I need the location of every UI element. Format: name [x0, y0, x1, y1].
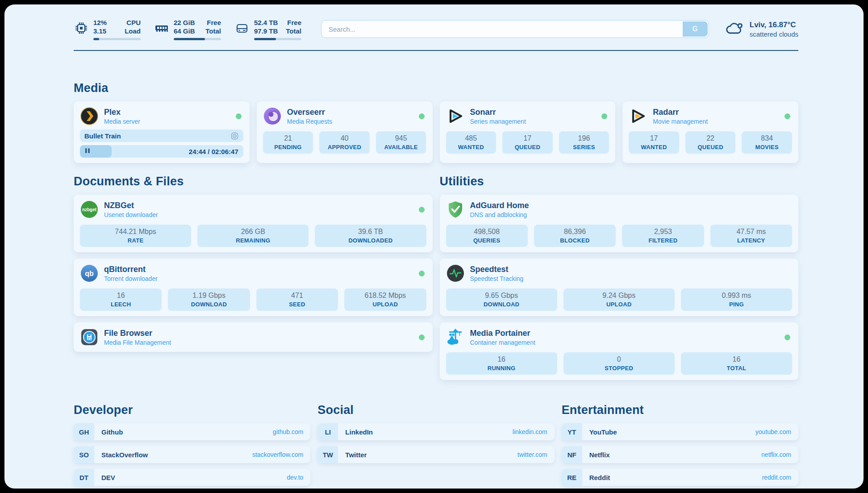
- section-entertainment: Entertainment YT YouTube youtube.com NF …: [562, 403, 798, 486]
- adguard-card[interactable]: AdGuard Home DNS and adblocking 498,508Q…: [440, 195, 799, 252]
- disk-progress-track: [254, 38, 301, 40]
- section-title-entertainment: Entertainment: [562, 403, 798, 417]
- stat-upload: 618.52 MbpsUPLOAD: [344, 288, 426, 311]
- playback-progress: 24:44 / 02:06:47: [80, 145, 243, 158]
- section-developer: Developer GH Github github.com SO StackO…: [74, 403, 310, 486]
- search-button[interactable]: G: [683, 21, 708, 37]
- plex-icon: [80, 107, 99, 125]
- cpu-icon: [74, 21, 89, 38]
- weather-location-temp: Lviv, 16.87°C: [750, 20, 798, 30]
- app-title: File Browser: [104, 328, 171, 338]
- speedtest-icon: [446, 264, 465, 283]
- app-title: Overseerr: [287, 107, 332, 117]
- pause-icon[interactable]: [85, 147, 90, 155]
- stat-latency: 47.57 msLATENCY: [710, 225, 792, 247]
- stat-blocked: 86,396BLOCKED: [534, 225, 616, 247]
- status-dot: [785, 113, 790, 119]
- nzbget-card[interactable]: nzbget NZBGet Usenet downloader 744.21 M…: [74, 195, 433, 252]
- stat-rate: 744.21 MbpsRATE: [80, 225, 191, 247]
- status-dot: [419, 271, 425, 276]
- stat-movies: 834MOVIES: [742, 131, 792, 154]
- stat-ping: 0.993 msPING: [681, 288, 792, 311]
- cpu-progress-track: [93, 38, 141, 40]
- stat-filtered: 2,953FILTERED: [622, 225, 704, 247]
- disk-total: 97.9 TB: [254, 27, 278, 35]
- app-title: Plex: [104, 107, 140, 117]
- app-subtitle: Speedtest Tracking: [470, 275, 524, 283]
- stat-remaining: 266 GBREMAINING: [197, 225, 309, 247]
- disk-progress-fill: [254, 38, 276, 40]
- topbar-divider: [74, 50, 798, 51]
- link-domain: reddit.com: [762, 474, 791, 481]
- ram-progress-fill: [174, 38, 205, 40]
- session-icon[interactable]: [230, 132, 239, 140]
- link-name: YouTube: [589, 428, 617, 436]
- link-name: Github: [101, 428, 123, 436]
- link-abbr: SO: [74, 446, 94, 463]
- app-title: qBittorrent: [104, 264, 158, 275]
- ram-label-top: Free: [207, 18, 221, 27]
- link-stackoverflow[interactable]: SO StackOverflow stackoverflow.com: [74, 446, 310, 463]
- app-title: NZBGet: [104, 201, 158, 211]
- stat-wanted: 485WANTED: [446, 131, 497, 154]
- link-name: StackOverflow: [101, 451, 148, 459]
- link-netflix[interactable]: NF Netflix netflix.com: [562, 446, 798, 463]
- portainer-card[interactable]: Media Portainer Container management 16R…: [440, 322, 799, 380]
- link-abbr: TW: [317, 446, 338, 463]
- link-dev[interactable]: DT DEV dev.to: [74, 469, 310, 486]
- link-abbr: NF: [562, 446, 582, 463]
- link-domain: linkedin.com: [513, 428, 547, 435]
- ram-widget: 22 GiBFree 64 GiBTotal: [154, 18, 221, 40]
- svg-text:qb: qb: [85, 270, 94, 277]
- status-dot: [236, 113, 242, 119]
- now-playing-row: Bullet Train: [80, 130, 243, 142]
- link-linkedin[interactable]: LI LinkedIn linkedin.com: [317, 423, 554, 440]
- section-title-documents: Documents & Files: [74, 175, 433, 188]
- stat-approved: 40APPROVED: [319, 131, 370, 154]
- link-reddit[interactable]: RE Reddit reddit.com: [562, 469, 798, 486]
- app-title: AdGuard Home: [470, 201, 529, 211]
- app-subtitle: Media server: [104, 117, 140, 125]
- weather-widget: Lviv, 16.87°C scattered clouds: [724, 19, 798, 39]
- filebrowser-card[interactable]: File Browser Media File Management: [74, 322, 433, 352]
- plex-card[interactable]: Plex Media server Bullet Train: [74, 101, 250, 163]
- status-dot: [785, 334, 790, 340]
- cpu-load-avg: 3.15: [93, 27, 106, 35]
- link-domain: dev.to: [287, 474, 303, 481]
- app-subtitle: Torrent downloader: [104, 275, 158, 283]
- qbittorrent-card[interactable]: qb qBittorrent Torrent downloader 16LEEC…: [74, 259, 433, 316]
- adguard-icon: [446, 200, 465, 219]
- stat-series: 196SERIES: [559, 131, 609, 154]
- link-abbr: RE: [562, 469, 582, 486]
- section-title-media: Media: [74, 81, 798, 95]
- overseerr-icon: [263, 107, 282, 125]
- playback-time: 24:44 / 02:06:47: [189, 148, 238, 155]
- dashboard-frame: 12%CPU 3.15Load 22 GiBFree 64 GiBTotal: [4, 4, 864, 489]
- speedtest-card[interactable]: Speedtest Speedtest Tracking 9.65 GbpsDO…: [440, 259, 799, 316]
- system-widgets: 12%CPU 3.15Load 22 GiBFree 64 GiBTotal: [74, 18, 301, 40]
- link-twitter[interactable]: TW Twitter twitter.com: [317, 446, 554, 463]
- status-dot: [419, 207, 425, 213]
- portainer-icon: [446, 328, 465, 347]
- weather-condition: scattered clouds: [750, 30, 798, 38]
- disk-icon: [234, 21, 250, 38]
- section-title-social: Social: [317, 403, 554, 417]
- sonarr-card[interactable]: Sonarr Series management 485WANTED 17QUE…: [440, 101, 616, 163]
- link-github[interactable]: GH Github github.com: [74, 423, 310, 440]
- status-dot: [419, 334, 425, 340]
- disk-free: 52.4 TB: [254, 18, 278, 27]
- app-title: Radarr: [653, 107, 708, 117]
- app-title: Sonarr: [470, 107, 526, 117]
- sonarr-icon: [446, 107, 465, 125]
- section-social: Social LI LinkedIn linkedin.com TW Twitt…: [317, 403, 554, 486]
- link-name: LinkedIn: [345, 428, 373, 436]
- cpu-progress-fill: [93, 38, 99, 40]
- link-name: Netflix: [589, 451, 610, 459]
- stat-leech: 16LEECH: [80, 288, 162, 311]
- search-input[interactable]: [321, 20, 709, 38]
- radarr-card[interactable]: Radarr Movie management 17WANTED 22QUEUE…: [622, 101, 798, 163]
- link-youtube[interactable]: YT YouTube youtube.com: [562, 423, 798, 440]
- overseerr-card[interactable]: Overseerr Media Requests 21PENDING 40APP…: [257, 101, 433, 163]
- link-domain: youtube.com: [755, 428, 791, 435]
- link-domain: github.com: [273, 428, 303, 435]
